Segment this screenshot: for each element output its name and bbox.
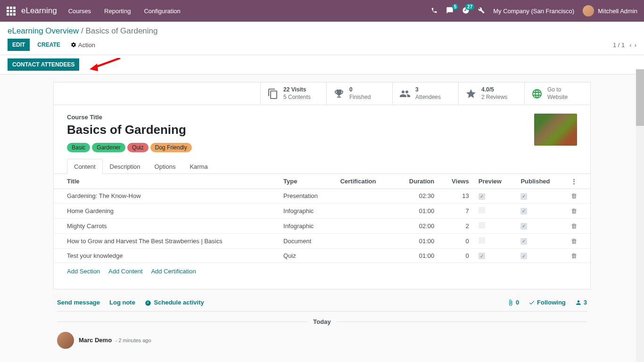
menu-reporting[interactable]: Reporting — [104, 8, 131, 15]
stat-reviews[interactable]: 4.0/52 Reviews — [458, 82, 524, 105]
action-dropdown[interactable]: Action — [71, 41, 95, 49]
stat-buttons: 22 Visits5 Contents 0Finished 3Attendees… — [54, 82, 590, 105]
message-time: - 2 minutes ago — [116, 337, 151, 343]
content-table: Title Type Certification Duration Views … — [54, 174, 590, 263]
menu-configuration[interactable]: Configuration — [144, 8, 180, 15]
cell-certification — [336, 203, 394, 218]
stat-website[interactable]: Go toWebsite — [524, 82, 590, 105]
log-note-button[interactable]: Log note — [109, 299, 135, 306]
people-icon — [399, 88, 411, 99]
edit-button[interactable]: EDIT — [8, 39, 30, 51]
delete-row-icon[interactable]: 🗑 — [566, 203, 590, 218]
create-button[interactable]: CREATE — [33, 39, 64, 51]
add-content-link[interactable]: Add Content — [108, 268, 142, 275]
message-avatar-icon — [57, 332, 74, 349]
paperclip-icon — [507, 299, 514, 306]
stat-finished[interactable]: 0Finished — [326, 82, 392, 105]
tab-content[interactable]: Content — [67, 159, 103, 174]
stat-attendees[interactable]: 3Attendees — [392, 82, 458, 105]
breadcrumb-root[interactable]: eLearning Overview — [8, 26, 79, 35]
attachments-button[interactable]: 0 — [507, 299, 519, 306]
following-button[interactable]: Following — [528, 299, 566, 306]
add-section-link[interactable]: Add Section — [67, 268, 100, 275]
chatter: Send message Log note Schedule activity … — [53, 299, 591, 349]
phone-icon[interactable] — [431, 7, 438, 15]
clock-small-icon — [145, 300, 151, 306]
cell-preview — [474, 218, 516, 233]
company-name[interactable]: My Company (San Francisco) — [493, 8, 574, 15]
tab-description[interactable]: Description — [103, 159, 148, 174]
cell-certification — [336, 233, 394, 248]
table-row[interactable]: How to Grow and Harvest The Best Strawbe… — [54, 233, 590, 248]
col-published: Published — [516, 174, 566, 189]
main-menu: Courses Reporting Configuration — [68, 8, 181, 15]
menu-courses[interactable]: Courses — [68, 8, 91, 15]
attachments-count: 0 — [516, 299, 519, 306]
clock-icon[interactable]: 27 — [462, 7, 470, 16]
col-menu-icon[interactable]: ⋮ — [566, 174, 590, 189]
col-preview: Preview — [474, 174, 516, 189]
checkbox-icon[interactable]: ✓ — [520, 253, 527, 259]
apps-icon[interactable] — [7, 7, 16, 16]
col-type: Type — [279, 174, 336, 189]
checkbox-icon[interactable] — [479, 237, 485, 244]
cell-type: Infographic — [279, 203, 336, 218]
checkbox-icon[interactable] — [479, 207, 485, 214]
contact-attendees-button[interactable]: CONTACT ATTENDEES — [8, 58, 79, 71]
chat-icon[interactable]: 5 — [446, 7, 454, 16]
checkbox-icon[interactable]: ✓ — [520, 238, 527, 245]
stat-website-line1: Go to — [547, 86, 561, 93]
delete-row-icon[interactable]: 🗑 — [566, 248, 590, 263]
cell-type: Presentation — [279, 189, 336, 204]
checkbox-icon[interactable]: ✓ — [520, 193, 527, 200]
stat-visits[interactable]: 22 Visits5 Contents — [260, 82, 326, 105]
course-image — [534, 114, 577, 146]
course-title: Basics of Gardening — [67, 123, 534, 137]
checkbox-icon[interactable] — [479, 222, 485, 229]
wrench-icon[interactable] — [478, 7, 485, 15]
avatar-icon — [583, 5, 594, 16]
table-row[interactable]: Test your knowledgeQuiz01:000✓✓🗑 — [54, 248, 590, 263]
stat-finished-label: Finished — [349, 94, 371, 100]
checkbox-icon[interactable]: ✓ — [520, 223, 527, 230]
cell-published: ✓ — [516, 203, 566, 218]
tab-karma[interactable]: Karma — [182, 159, 215, 174]
checkbox-icon[interactable]: ✓ — [479, 193, 485, 200]
checkbox-icon[interactable]: ✓ — [479, 253, 485, 259]
form-scroll-area[interactable]: 22 Visits5 Contents 0Finished 3Attendees… — [0, 74, 644, 362]
tag: Dog Friendly — [150, 143, 192, 152]
delete-row-icon[interactable]: 🗑 — [566, 233, 590, 248]
pager-next-icon[interactable]: › — [635, 41, 636, 49]
svg-marker-1 — [90, 64, 98, 71]
date-divider: Today — [57, 318, 587, 325]
svg-line-0 — [94, 58, 120, 67]
course-title-label: Course Title — [67, 114, 534, 121]
followers-button[interactable]: 3 — [575, 299, 587, 306]
table-row[interactable]: Mighty CarrotsInfographic02:002✓🗑 — [54, 218, 590, 233]
tab-options[interactable]: Options — [148, 159, 183, 174]
top-navbar: eLearning Courses Reporting Configuratio… — [0, 0, 644, 22]
trophy-icon — [333, 88, 345, 99]
cell-views: 7 — [439, 203, 473, 218]
schedule-activity-button[interactable]: Schedule activity — [145, 299, 204, 306]
brand-title[interactable]: eLearning — [21, 6, 57, 16]
cell-published: ✓ — [516, 189, 566, 204]
pager-prev-icon[interactable]: ‹ — [629, 41, 631, 49]
delete-row-icon[interactable]: 🗑 — [566, 218, 590, 233]
scrollbar-thumb[interactable] — [636, 69, 644, 126]
add-certification-link[interactable]: Add Certification — [151, 268, 196, 275]
schedule-activity-label: Schedule activity — [154, 299, 204, 306]
col-certification: Certification — [336, 174, 394, 189]
table-row[interactable]: Home GardeningInfographic01:007✓🗑 — [54, 203, 590, 218]
col-duration: Duration — [394, 174, 439, 189]
user-menu[interactable]: Mitchell Admin — [583, 5, 637, 16]
date-divider-label: Today — [307, 318, 336, 325]
delete-row-icon[interactable]: 🗑 — [566, 189, 590, 204]
table-row[interactable]: Gardening: The Know-HowPresentation02:30… — [54, 189, 590, 204]
pager: 1 / 1 ‹ › — [613, 41, 636, 49]
send-message-button[interactable]: Send message — [57, 299, 100, 306]
scrollbar[interactable] — [636, 69, 644, 362]
checkbox-icon[interactable]: ✓ — [520, 208, 527, 214]
breadcrumb-sep: / — [81, 26, 85, 35]
stat-attendees-label: Attendees — [415, 94, 441, 100]
